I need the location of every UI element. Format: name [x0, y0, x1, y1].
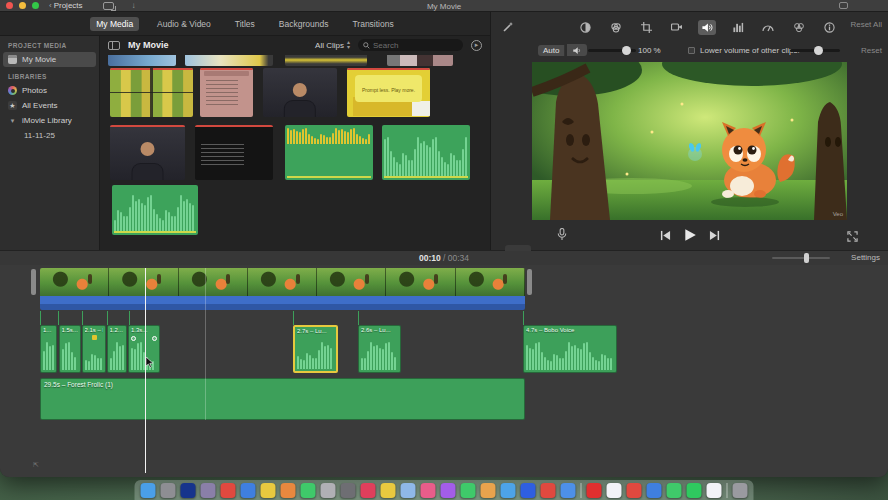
dock-trash-icon[interactable] — [733, 483, 748, 498]
tab-my-media[interactable]: My Media — [90, 17, 139, 31]
sidebar-item-photos[interactable]: Photos — [0, 83, 99, 98]
back-to-projects-button[interactable]: ‹ Projects — [49, 1, 83, 10]
color-balance-icon[interactable] — [576, 20, 594, 35]
dock-app-8-icon[interactable] — [281, 483, 296, 498]
dock-app-14-icon[interactable] — [401, 483, 416, 498]
dock-app-26-icon[interactable] — [647, 483, 662, 498]
stabilization-icon[interactable] — [668, 20, 686, 35]
media-thumb-partial[interactable] — [108, 55, 176, 66]
enhance-wand-icon[interactable] — [499, 20, 517, 35]
media-thumb-video[interactable] — [195, 125, 273, 180]
dock-app-19-icon[interactable] — [501, 483, 516, 498]
media-thumb-video[interactable] — [347, 68, 430, 117]
dock-app-12-icon[interactable] — [361, 483, 376, 498]
dock-app-6-icon[interactable] — [241, 483, 256, 498]
audio-clip[interactable]: 1.2... — [107, 325, 128, 373]
dock-app-3-icon[interactable] — [181, 483, 196, 498]
dock-app-25-icon[interactable] — [627, 483, 642, 498]
trim-handle-right[interactable] — [527, 269, 532, 295]
audio-clip[interactable]: 1... — [40, 325, 57, 373]
zoom-window-button[interactable] — [32, 2, 39, 9]
tab-audio-video[interactable]: Audio & Video — [151, 17, 217, 31]
dock-app-21-icon[interactable] — [541, 483, 556, 498]
share-icon[interactable] — [839, 2, 848, 9]
audio-clip[interactable]: 1.5s... — [59, 325, 81, 373]
download-arrow-icon[interactable]: ↓ — [132, 2, 136, 10]
tab-backgrounds[interactable]: Backgrounds — [273, 17, 335, 31]
dock-app-23-icon[interactable] — [587, 483, 602, 498]
volume-slider[interactable] — [588, 49, 636, 52]
close-window-button[interactable] — [6, 2, 13, 9]
effects-icon[interactable] — [790, 20, 808, 35]
dock-app-9-icon[interactable] — [301, 483, 316, 498]
media-thumb-video[interactable] — [110, 68, 193, 117]
audio-clip[interactable]: 2.6s – Lu... — [358, 325, 401, 373]
minimize-window-button[interactable] — [19, 2, 26, 9]
media-thumb-audio[interactable] — [285, 125, 373, 180]
video-audio-bar[interactable] — [40, 296, 525, 310]
dock-app-7-icon[interactable] — [261, 483, 276, 498]
media-thumb-video[interactable] — [200, 68, 253, 117]
ducking-slider[interactable] — [790, 49, 840, 52]
dock-app-10-icon[interactable] — [321, 483, 336, 498]
sidebar-item-my-movie[interactable]: My Movie — [3, 52, 96, 67]
sidebar-item-event-date[interactable]: 11-11-25 — [0, 128, 99, 143]
dock-app-20-icon[interactable] — [521, 483, 536, 498]
timeline-zoom-knob[interactable] — [804, 253, 809, 263]
dock-app-15-icon[interactable] — [421, 483, 436, 498]
audio-clip[interactable]: 2.1s – L... — [82, 325, 106, 373]
volume-slider-knob[interactable] — [622, 46, 631, 55]
disclosure-triangle-icon[interactable]: ▾ — [8, 117, 17, 125]
reset-all-button[interactable]: Reset All — [850, 20, 882, 29]
speed-icon[interactable] — [759, 20, 777, 35]
previous-frame-icon[interactable] — [660, 230, 671, 241]
info-icon[interactable] — [820, 20, 838, 35]
tab-transitions[interactable]: Transitions — [346, 17, 399, 31]
play-button-icon[interactable] — [683, 228, 697, 242]
dock-app-24-icon[interactable] — [607, 483, 622, 498]
dock-app-22-icon[interactable] — [561, 483, 576, 498]
next-frame-icon[interactable] — [709, 230, 720, 241]
audio-clip[interactable]: 1.3s... — [128, 325, 160, 373]
dock-app-13-icon[interactable] — [381, 483, 396, 498]
dock-app-2-icon[interactable] — [161, 483, 176, 498]
auto-volume-button[interactable]: Auto — [538, 45, 565, 56]
audio-clip-selected[interactable]: 2.7s – Lu... — [293, 325, 338, 373]
reset-button[interactable]: Reset — [861, 46, 882, 55]
circled-arrow-icon[interactable]: ▸ — [471, 40, 482, 51]
fullscreen-icon[interactable] — [847, 228, 858, 246]
media-thumb-video[interactable] — [263, 68, 337, 117]
timeline-zoom-slider[interactable] — [772, 257, 830, 259]
dock-app-5-icon[interactable] — [221, 483, 236, 498]
sidebar-toggle-icon[interactable] — [108, 41, 120, 50]
mute-button[interactable] — [567, 44, 587, 56]
dock-app-11-icon[interactable] — [341, 483, 356, 498]
import-media-icon[interactable] — [103, 2, 114, 10]
color-correction-icon[interactable] — [607, 20, 625, 35]
playhead[interactable] — [145, 268, 146, 473]
dock-app-1-icon[interactable] — [141, 483, 156, 498]
dock-app-16-icon[interactable] — [441, 483, 456, 498]
dock-app-17-icon[interactable] — [461, 483, 476, 498]
search-box[interactable] — [358, 39, 463, 51]
sidebar-item-all-events[interactable]: ★ All Events — [0, 98, 99, 113]
clips-filter-dropdown[interactable]: All Clips ▴▾ — [315, 40, 350, 50]
ducking-slider-knob[interactable] — [814, 46, 823, 55]
media-thumb-audio[interactable] — [382, 125, 470, 180]
crop-icon[interactable] — [637, 20, 655, 35]
tab-titles[interactable]: Titles — [229, 17, 261, 31]
dock-app-29-icon[interactable] — [707, 483, 722, 498]
volume-icon[interactable] — [698, 20, 716, 35]
search-input[interactable] — [373, 41, 453, 50]
media-thumb-partial[interactable] — [285, 55, 367, 66]
sidebar-item-imovie-library[interactable]: ▾ iMovie Library — [0, 113, 99, 128]
media-thumb-video[interactable] — [110, 125, 185, 180]
audio-clip[interactable]: 4.7s – Bobo Voice — [523, 325, 617, 373]
video-preview[interactable]: Veo — [532, 62, 847, 220]
media-thumb-partial[interactable] — [185, 55, 273, 66]
video-track-filmstrip[interactable] — [40, 268, 525, 296]
voiceover-mic-icon[interactable] — [557, 227, 567, 245]
dock-app-4-icon[interactable] — [201, 483, 216, 498]
dock-app-27-icon[interactable] — [667, 483, 682, 498]
dock-app-28-icon[interactable] — [687, 483, 702, 498]
